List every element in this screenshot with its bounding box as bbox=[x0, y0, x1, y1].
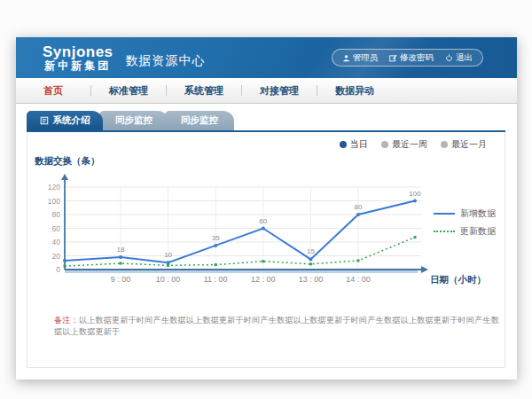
user-menu[interactable]: 管理员 bbox=[342, 52, 379, 64]
svg-text:120: 120 bbox=[48, 183, 60, 192]
blue-line-swatch bbox=[434, 213, 455, 215]
filter-today[interactable]: 当日 bbox=[340, 138, 368, 151]
logout-button[interactable]: 退出 bbox=[445, 52, 473, 64]
change-password-button[interactable]: 修改密码 bbox=[389, 52, 434, 64]
svg-text:100: 100 bbox=[48, 197, 60, 206]
tab-label: 同步监控 bbox=[181, 114, 218, 127]
page-title: 数据资源中心 bbox=[126, 53, 206, 69]
svg-text:35: 35 bbox=[212, 234, 220, 242]
svg-text:10 : 00: 10 : 00 bbox=[156, 275, 181, 284]
logout-label: 退出 bbox=[456, 52, 473, 64]
radio-dot-icon bbox=[381, 141, 388, 148]
nav-item-system-mgmt[interactable]: 系统管理 bbox=[167, 84, 241, 98]
document-icon bbox=[40, 116, 49, 125]
filter-label: 最近一周 bbox=[392, 138, 427, 151]
power-icon bbox=[445, 54, 453, 62]
tab-bar: 系统介绍 同步监控 同步监控 bbox=[27, 111, 505, 130]
svg-text:20: 20 bbox=[52, 252, 61, 261]
tab-sync-monitor-2[interactable]: 同步监控 bbox=[165, 111, 234, 130]
filter-last-month[interactable]: 最近一月 bbox=[441, 138, 487, 151]
svg-text:9 : 00: 9 : 00 bbox=[111, 275, 131, 284]
green-dotted-swatch bbox=[434, 231, 455, 232]
logo: Synjones 新中新集团 bbox=[43, 44, 113, 71]
line-chart: 数据交换（条）0204060801001209 : 0010 : 0011 : … bbox=[35, 153, 499, 288]
svg-text:12 : 00: 12 : 00 bbox=[251, 275, 276, 284]
tab-sync-monitor-1[interactable]: 同步监控 bbox=[99, 111, 168, 130]
chart-panel: 当日 最近一周 最近一月 数据交换（条）0204060801001209 : 0… bbox=[27, 132, 505, 368]
footer-note: 备注：以上数据更新于时间产生数据以上数据更新于时间产生数据以上数据更新于时间产生… bbox=[54, 315, 505, 338]
nav-item-standard-mgmt[interactable]: 标准管理 bbox=[91, 84, 166, 98]
nav-item-data-change[interactable]: 数据异动 bbox=[317, 84, 392, 98]
svg-text:15: 15 bbox=[307, 247, 315, 255]
user-name: 管理员 bbox=[353, 52, 379, 64]
tab-system-intro[interactable]: 系统介绍 bbox=[27, 111, 103, 130]
user-icon bbox=[342, 54, 350, 62]
main-nav: 首页 标准管理 系统管理 对接管理 数据异动 bbox=[16, 78, 517, 104]
svg-text:18: 18 bbox=[117, 246, 125, 254]
content-area: 系统介绍 同步监控 同步监控 当日 最近一周 bbox=[16, 104, 517, 379]
legend-item-new-data: 新增数据 bbox=[434, 205, 496, 223]
legend-item-updated-data: 更新数据 bbox=[434, 223, 496, 240]
logo-wordmark: Synjones bbox=[43, 44, 113, 60]
filter-label: 当日 bbox=[350, 138, 368, 151]
filter-label: 最近一月 bbox=[451, 138, 487, 151]
radio-dot-icon bbox=[340, 141, 347, 148]
svg-text:40: 40 bbox=[52, 238, 61, 246]
filter-last-week[interactable]: 最近一周 bbox=[381, 138, 427, 151]
svg-text:0: 0 bbox=[56, 265, 60, 274]
nav-item-interface-mgmt[interactable]: 对接管理 bbox=[242, 84, 317, 98]
tab-label: 同步监控 bbox=[115, 114, 153, 127]
legend-label: 更新数据 bbox=[460, 225, 496, 238]
app-window: Synjones 新中新集团 数据资源中心 管理员 修改密码 退出 首页 标准管… bbox=[16, 37, 517, 379]
svg-text:11 : 00: 11 : 00 bbox=[204, 275, 228, 284]
svg-text:13 : 00: 13 : 00 bbox=[299, 275, 324, 284]
svg-text:数据交换（条）: 数据交换（条） bbox=[35, 155, 100, 167]
svg-text:100: 100 bbox=[409, 190, 421, 198]
svg-text:14 : 00: 14 : 00 bbox=[346, 275, 371, 284]
svg-text:60: 60 bbox=[259, 217, 267, 225]
radio-dot-icon bbox=[441, 141, 448, 148]
app-header: Synjones 新中新集团 数据资源中心 管理员 修改密码 退出 bbox=[16, 37, 517, 78]
legend-label: 新增数据 bbox=[460, 207, 496, 220]
tab-label: 系统介绍 bbox=[53, 114, 90, 127]
note-text: 以上数据更新于时间产生数据以上数据更新于时间产生数据以上数据更新于时间产生数据以… bbox=[54, 316, 499, 336]
svg-text:日期（小时）: 日期（小时） bbox=[430, 274, 486, 286]
change-password-label: 修改密码 bbox=[400, 52, 434, 64]
range-filter: 当日 最近一周 最近一月 bbox=[340, 138, 487, 151]
svg-text:60: 60 bbox=[52, 224, 61, 233]
logo-subtitle: 新中新集团 bbox=[43, 60, 113, 72]
nav-item-home[interactable]: 首页 bbox=[16, 84, 90, 98]
edit-icon bbox=[389, 54, 397, 62]
svg-text:80: 80 bbox=[355, 203, 363, 211]
svg-text:80: 80 bbox=[52, 210, 61, 219]
svg-text:10: 10 bbox=[164, 251, 172, 259]
user-toolbar: 管理员 修改密码 退出 bbox=[332, 49, 484, 66]
note-label: 备注： bbox=[54, 316, 79, 325]
chart-legend: 新增数据 更新数据 bbox=[434, 205, 496, 240]
